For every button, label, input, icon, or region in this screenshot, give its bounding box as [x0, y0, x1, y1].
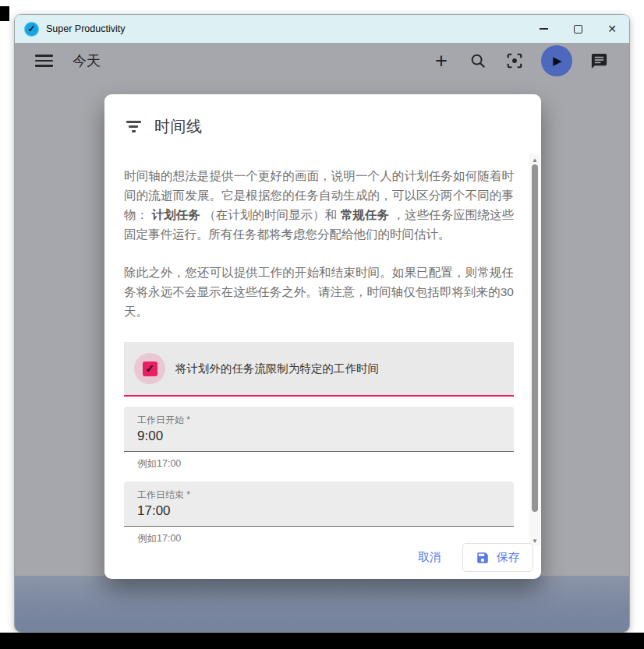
- search-button[interactable]: [468, 51, 488, 71]
- checkbox-checked-icon[interactable]: ✓: [143, 362, 157, 376]
- scrollbar-up-arrow[interactable]: ▲: [529, 154, 540, 165]
- toolbar-right: + ▶: [431, 45, 609, 76]
- workday-end-field[interactable]: 工作日结束 *: [124, 481, 514, 527]
- workday-start-field[interactable]: 工作日开始 *: [124, 407, 514, 452]
- menu-button[interactable]: [35, 55, 53, 67]
- play-icon: ▶: [553, 54, 562, 68]
- window-title: Super Productivity: [46, 23, 125, 34]
- context-title: 今天: [73, 51, 101, 70]
- workday-start-label: 工作日开始 *: [137, 414, 514, 427]
- save-icon: [476, 551, 490, 565]
- minimize-icon: [540, 28, 548, 30]
- notes-panel-button[interactable]: [589, 51, 609, 71]
- comment-icon: [590, 52, 608, 70]
- save-button-label: 保存: [497, 550, 520, 565]
- workday-end-label: 工作日结束 *: [137, 489, 514, 502]
- main-toolbar: 今天 +: [15, 43, 629, 79]
- scrollbar-thumb[interactable]: [532, 164, 538, 512]
- maximize-icon: [574, 25, 582, 34]
- app-window: ✓ Super Productivity ✕ 今天 +: [14, 14, 630, 633]
- app-logo-icon: ✓: [24, 22, 39, 37]
- workday-start-input[interactable]: [137, 429, 496, 444]
- screenshot-artifact-topleft: [0, 6, 9, 21]
- checkbox-ripple: ✓: [134, 353, 165, 384]
- restrict-work-hours-checkbox-row[interactable]: ✓ 将计划外的任务流限制为特定的工作时间: [124, 342, 514, 397]
- focus-mode-button[interactable]: [504, 51, 525, 71]
- play-button[interactable]: ▶: [541, 45, 572, 76]
- dialog-actions: 取消 保存: [104, 543, 541, 572]
- timeline-filter-icon: [126, 121, 141, 132]
- intro-paragraph: 时间轴的想法是提供一个更好的画面，说明一个人的计划任务如何随着时间的流逝而发展。…: [124, 166, 514, 244]
- checkbox-label: 将计划外的任务流限制为特定的工作时间: [175, 362, 379, 376]
- scheduled-tasks-term: 计划任务: [152, 208, 200, 221]
- titlebar: ✓ Super Productivity ✕: [15, 15, 629, 43]
- timeline-dialog: 时间线 时间轴的想法是提供一个更好的画面，说明一个人的计划任务如何随着时间的流逝…: [104, 94, 541, 579]
- close-icon: ✕: [607, 23, 617, 34]
- focus-mode-icon: [506, 52, 523, 69]
- dialog-header: 时间线: [104, 94, 541, 137]
- dialog-body: 时间轴的想法是提供一个更好的画面，说明一个人的计划任务如何随着时间的流逝而发展。…: [124, 166, 514, 545]
- dialog-scrollbar[interactable]: ▲ ▼: [529, 154, 540, 546]
- work-hours-paragraph: 除此之外，您还可以提供工作的开始和结束时间。如果已配置，则常规任务将永远不会显示…: [124, 263, 514, 321]
- workday-start-hint: 例如17:00: [137, 457, 514, 471]
- bottom-band: [15, 576, 629, 632]
- workday-end-input[interactable]: [137, 503, 496, 519]
- close-button[interactable]: ✕: [595, 15, 629, 43]
- screenshot-artifact-bottom: [0, 633, 644, 649]
- regular-tasks-term: 常规任务: [341, 208, 389, 221]
- add-task-button[interactable]: +: [431, 51, 451, 71]
- plus-icon: +: [435, 51, 448, 70]
- maximize-button[interactable]: [561, 15, 595, 43]
- dialog-title: 时间线: [154, 116, 203, 137]
- search-icon: [469, 52, 487, 69]
- paragraph-text: （在计划的时间显示）和: [200, 208, 341, 221]
- save-button[interactable]: 保存: [462, 543, 533, 572]
- minimize-button[interactable]: [526, 15, 561, 43]
- cancel-button[interactable]: 取消: [405, 543, 455, 572]
